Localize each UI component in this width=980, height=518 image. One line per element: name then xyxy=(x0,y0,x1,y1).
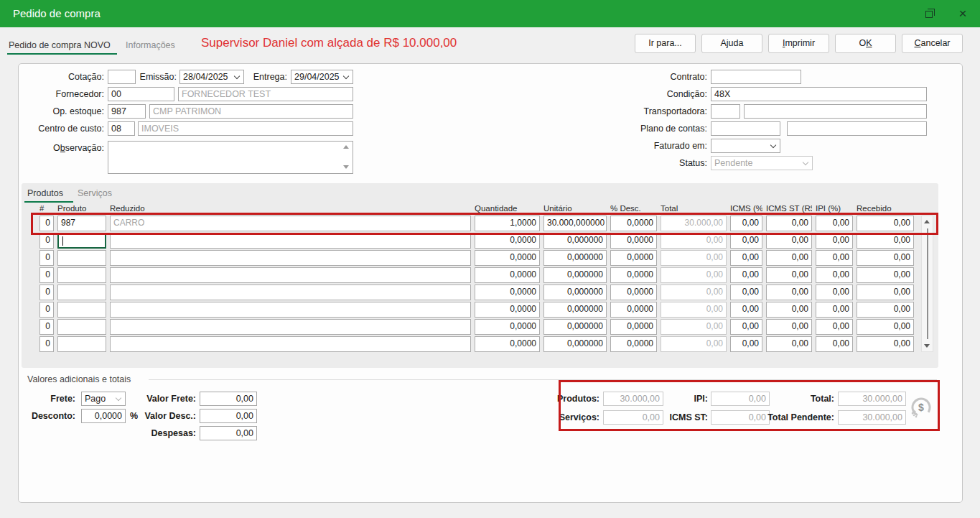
cell-recebido[interactable]: 0,00 xyxy=(857,319,914,335)
cell-quantidade[interactable]: 0,0000 xyxy=(475,250,540,266)
cell-reduzido[interactable] xyxy=(110,285,471,300)
fornecedor-code-input[interactable]: 00 xyxy=(108,87,174,101)
cell-icms[interactable]: 0,00 xyxy=(730,233,762,249)
cell-ipi[interactable]: 0,00 xyxy=(816,216,853,231)
recalculate-totals-icon[interactable]: $ xyxy=(907,394,935,421)
cell-quantidade[interactable]: 0,0000 xyxy=(475,302,540,318)
cell-icms[interactable]: 0,00 xyxy=(730,336,762,352)
cell-quantidade[interactable]: 0,0000 xyxy=(475,267,540,283)
scrollbar-thumb[interactable] xyxy=(927,228,928,339)
cell-quantidade[interactable]: 0,0000 xyxy=(475,285,540,300)
cell-desc[interactable]: 0,0000 xyxy=(610,336,657,352)
cell-desc[interactable]: 0,0000 xyxy=(610,216,657,231)
cell-ipi[interactable]: 0,00 xyxy=(816,267,853,283)
cell-icms[interactable]: 0,00 xyxy=(730,302,762,318)
cell-icms[interactable]: 0,00 xyxy=(730,250,762,266)
restore-icon[interactable] xyxy=(923,7,936,20)
cell-icms_st[interactable]: 0,00 xyxy=(766,336,812,352)
op-estoque-code-input[interactable]: 987 xyxy=(108,104,146,119)
plano-contas-name-field[interactable] xyxy=(787,121,927,136)
cell-recebido[interactable]: 0,00 xyxy=(857,233,914,249)
cell-desc[interactable]: 0,0000 xyxy=(610,267,657,283)
imprimir-button[interactable]: Imprimir xyxy=(768,34,829,53)
cell-reduzido[interactable] xyxy=(110,336,471,352)
cell-produto[interactable]: 987 xyxy=(57,216,106,231)
cell-unitario[interactable]: 0,000000 xyxy=(543,233,607,249)
contrato-input[interactable] xyxy=(711,70,801,84)
cell-produto[interactable] xyxy=(57,250,106,266)
scroll-up-icon[interactable] xyxy=(924,220,930,223)
cell-desc[interactable]: 0,0000 xyxy=(610,319,657,335)
cell-icms[interactable]: 0,00 xyxy=(730,285,762,300)
tab-servicos[interactable]: Serviços xyxy=(78,186,112,201)
cell-reduzido[interactable] xyxy=(110,319,471,335)
cell-desc[interactable]: 0,0000 xyxy=(610,250,657,266)
observacao-textarea[interactable] xyxy=(108,141,353,174)
cell-unitario[interactable]: 0,000000 xyxy=(543,336,607,352)
cell-unitario[interactable]: 0,000000 xyxy=(543,250,607,266)
cell-icms[interactable]: 0,00 xyxy=(730,216,762,231)
table-scrollbar[interactable] xyxy=(921,216,933,352)
cell-reduzido[interactable] xyxy=(110,267,471,283)
cell-icms_st[interactable]: 0,00 xyxy=(766,319,812,335)
plano-contas-code-input[interactable] xyxy=(711,121,780,136)
cell-icms[interactable]: 0,00 xyxy=(730,267,762,283)
scroll-down-icon[interactable] xyxy=(924,344,930,348)
cell-desc[interactable]: 0,0000 xyxy=(610,233,657,249)
ok-button[interactable]: OK xyxy=(835,34,896,53)
valor-desc-input[interactable]: 0,00 xyxy=(200,409,257,423)
ir-para-button[interactable]: Ir para... xyxy=(635,34,696,53)
cell-icms_st[interactable]: 0,00 xyxy=(766,233,812,249)
cell-icms_st[interactable]: 0,00 xyxy=(766,250,812,266)
cell-ipi[interactable]: 0,00 xyxy=(816,302,853,318)
cell-recebido[interactable]: 0,00 xyxy=(857,285,914,300)
cell-reduzido[interactable] xyxy=(110,233,471,249)
cell-quantidade[interactable]: 0,0000 xyxy=(475,233,540,249)
cell-reduzido[interactable]: CARRO xyxy=(110,216,471,231)
cell-ipi[interactable]: 0,00 xyxy=(816,250,853,266)
cotacao-input[interactable] xyxy=(108,70,136,84)
scroll-up-icon[interactable] xyxy=(343,145,349,149)
cell-reduzido[interactable] xyxy=(110,302,471,318)
cell-icms_st[interactable]: 0,00 xyxy=(766,302,812,318)
cell-recebido[interactable]: 0,00 xyxy=(857,302,914,318)
condicao-input[interactable]: 48X xyxy=(711,87,927,101)
cell-ipi[interactable]: 0,00 xyxy=(816,336,853,352)
cell-unitario[interactable]: 0,000000 xyxy=(543,319,607,335)
desconto-input[interactable]: 0,0000 xyxy=(81,409,126,423)
tab-pedido-de-compra-novo[interactable]: Pedido de compra NOVO xyxy=(9,37,111,55)
cell-produto[interactable] xyxy=(57,302,106,318)
ajuda-button[interactable]: Ajuda xyxy=(701,34,762,53)
cell-quantidade[interactable]: 1,0000 xyxy=(475,216,540,231)
scroll-down-icon[interactable] xyxy=(343,165,349,169)
close-icon[interactable]: × xyxy=(956,7,969,20)
cell-unitario[interactable]: 30.000,000000 xyxy=(543,216,607,231)
cell-ipi[interactable]: 0,00 xyxy=(816,319,853,335)
cell-icms[interactable]: 0,00 xyxy=(730,319,762,335)
frete-select[interactable]: Pago xyxy=(81,392,126,406)
cell-quantidade[interactable]: 0,0000 xyxy=(475,319,540,335)
faturado-em-select[interactable] xyxy=(711,139,780,153)
cell-recebido[interactable]: 0,00 xyxy=(857,216,914,231)
cell-recebido[interactable]: 0,00 xyxy=(857,267,914,283)
transportadora-code-input[interactable] xyxy=(711,104,740,119)
cell-icms_st[interactable]: 0,00 xyxy=(766,267,812,283)
cell-ipi[interactable]: 0,00 xyxy=(816,285,853,300)
cell-produto[interactable] xyxy=(57,267,106,283)
entrega-select[interactable]: 29/04/2025 xyxy=(291,70,353,84)
cell-unitario[interactable]: 0,000000 xyxy=(543,302,607,318)
cell-icms_st[interactable]: 0,00 xyxy=(766,216,812,231)
cell-desc[interactable]: 0,0000 xyxy=(610,285,657,300)
cell-unitario[interactable]: 0,000000 xyxy=(543,267,607,283)
cell-unitario[interactable]: 0,000000 xyxy=(543,285,607,300)
despesas-input[interactable]: 0,00 xyxy=(200,426,257,440)
cell-desc[interactable]: 0,0000 xyxy=(610,302,657,318)
cell-recebido[interactable]: 0,00 xyxy=(857,250,914,266)
cell-icms_st[interactable]: 0,00 xyxy=(766,285,812,300)
cell-produto[interactable] xyxy=(57,336,106,352)
cell-quantidade[interactable]: 0,0000 xyxy=(475,336,540,352)
cell-produto[interactable] xyxy=(57,233,106,249)
valor-frete-input[interactable]: 0,00 xyxy=(200,392,257,406)
tab-informacoes[interactable]: Informações xyxy=(126,37,175,55)
cell-ipi[interactable]: 0,00 xyxy=(816,233,853,249)
